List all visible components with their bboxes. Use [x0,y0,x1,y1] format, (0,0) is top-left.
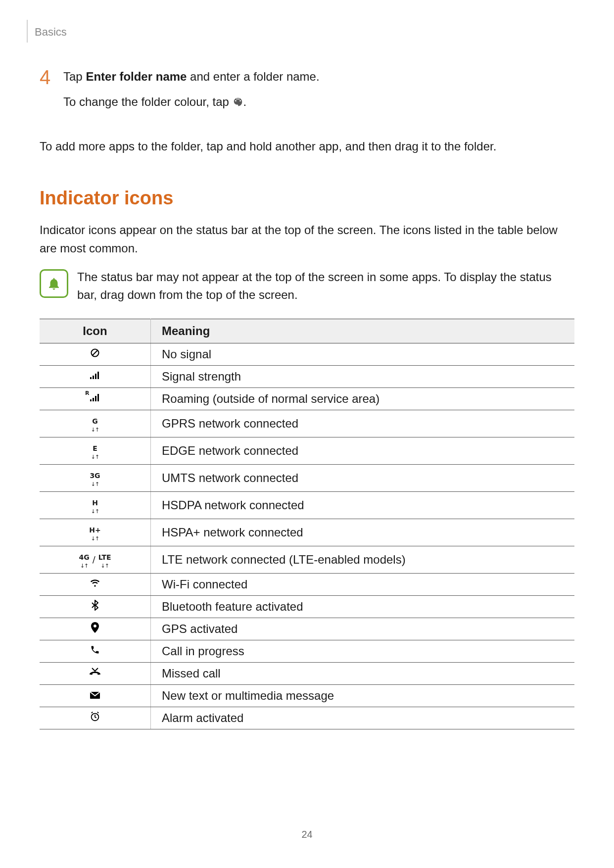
icon-label: E [93,445,97,452]
table-row: GPS activated [40,618,574,640]
section-intro: Indicator icons appear on the status bar… [40,221,574,257]
svg-rect-3 [93,376,94,379]
table-row: E↓↑ EDGE network connected [40,437,574,464]
lte-icon: 4G↓↑ / LTE↓↑ [40,546,151,573]
umts-icon: 3G↓↑ [40,464,151,491]
page-number: 24 [0,829,614,840]
table-meaning: GPS activated [151,618,575,640]
table-row: Alarm activated [40,707,574,729]
note-text: The status bar may not appear at the top… [77,268,574,304]
table-meaning: UMTS network connected [151,464,575,491]
note-icon [40,269,68,298]
step-text: and enter a folder name. [187,70,319,83]
step-number: 4 [40,67,63,87]
page: Basics 4 Tap Enter folder name and enter… [0,0,614,868]
note-row: The status bar may not appear at the top… [40,268,574,304]
wifi-icon [40,573,151,595]
step-line-2: To change the folder colour, tap . [63,93,320,112]
table-row: No signal [40,343,574,365]
table-meaning: No signal [151,343,575,365]
table-row: Bluetooth feature activated [40,595,574,618]
table-meaning: Signal strength [151,365,575,387]
table-row: Wi-Fi connected [40,573,574,595]
table-meaning: HSPA+ network connected [151,519,575,546]
missed-call-icon [40,662,151,684]
step-text: Tap [63,70,86,83]
icon-table: Icon Meaning No signal Signal strength [40,319,574,729]
message-icon [40,684,151,707]
paragraph-folder: To add more apps to the folder, tap and … [40,137,574,155]
table-meaning: Wi-Fi connected [151,573,575,595]
gprs-icon: G↓↑ [40,410,151,437]
icon-label: 3G [90,472,100,479]
table-meaning: EDGE network connected [151,437,575,464]
svg-rect-7 [93,398,94,401]
table-meaning: Roaming (outside of normal service area) [151,387,575,410]
svg-rect-8 [95,396,96,401]
table-row: Missed call [40,662,574,684]
bluetooth-icon [40,595,151,618]
icon-label: G [92,418,98,425]
section-title: Indicator icons [40,188,574,209]
svg-rect-5 [97,372,99,379]
hsdpa-icon: H↓↑ [40,491,151,519]
table-row: H↓↑ HSDPA network connected [40,491,574,519]
table-row: New text or multimedia message [40,684,574,707]
breadcrumb-rule [27,20,28,43]
table-meaning: LTE network connected (LTE-enabled model… [151,546,575,573]
table-row: 4G↓↑ / LTE↓↑ LTE network connected (LTE-… [40,546,574,573]
no-signal-icon [40,343,151,365]
icon-label: LTE [98,554,111,561]
table-meaning: Alarm activated [151,707,575,729]
table-meaning: Call in progress [151,640,575,662]
roaming-icon: R [40,387,151,410]
svg-rect-9 [97,394,99,401]
table-meaning: Missed call [151,662,575,684]
svg-rect-4 [95,374,96,379]
icon-label: H+ [89,527,100,533]
icon-label: H [92,499,98,506]
svg-rect-6 [90,399,92,401]
hspa-plus-icon: H+↓↑ [40,519,151,546]
step-body: Tap Enter folder name and enter a folder… [63,67,320,112]
table-header-row: Icon Meaning [40,319,574,343]
step-text: . [243,95,247,108]
edge-icon: E↓↑ [40,437,151,464]
table-row: G↓↑ GPRS network connected [40,410,574,437]
breadcrumb: Basics [35,26,574,39]
table-meaning: Bluetooth feature activated [151,595,575,618]
table-meaning: New text or multimedia message [151,684,575,707]
signal-icon [40,365,151,387]
alarm-icon [40,707,151,729]
table-meaning: GPRS network connected [151,410,575,437]
table-row: R Roaming (outside of normal service are… [40,387,574,410]
table-row: Call in progress [40,640,574,662]
step-text: To change the folder colour, tap [63,95,233,108]
svg-line-1 [93,350,97,355]
svg-rect-2 [90,377,92,379]
gps-icon [40,618,151,640]
step-line-1: Tap Enter folder name and enter a folder… [63,67,320,86]
palette-icon [233,94,243,112]
table-row: H+↓↑ HSPA+ network connected [40,519,574,546]
step-row: 4 Tap Enter folder name and enter a fold… [40,67,574,112]
call-icon [40,640,151,662]
table-meaning: HSDPA network connected [151,491,575,519]
step-bold: Enter folder name [86,70,187,83]
icon-label: 4G [79,554,89,561]
table-row: Signal strength [40,365,574,387]
table-row: 3G↓↑ UMTS network connected [40,464,574,491]
table-header-icon: Icon [40,319,151,343]
table-header-meaning: Meaning [151,319,575,343]
